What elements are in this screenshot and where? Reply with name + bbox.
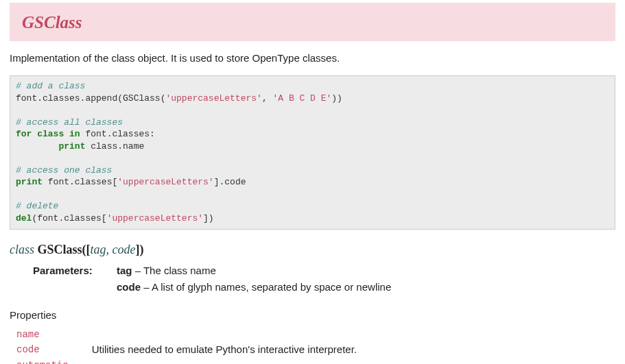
param-sep: – [132,265,143,276]
sig-p2: code [113,243,136,256]
section-title-bar: GSClass [10,3,615,41]
c3: # access one class [16,165,112,175]
l1c: )) [331,93,342,104]
property-name: automatic [16,358,69,364]
param-name: tag [117,265,132,276]
property-name: name [16,327,69,342]
k-in: in [69,129,80,139]
l2a: font.classes: [80,129,155,139]
param-name: code [117,281,141,293]
l3a: font.classes[ [43,177,117,187]
property-name: code [16,342,69,357]
parameters-label: Parameters: [33,263,102,297]
param-row: tag – The class name [117,263,391,279]
properties-heading: Properties [10,308,615,324]
intro-text: Implementation of the class object. It i… [10,51,615,66]
l1s1: 'uppercaseLetters' [165,93,261,104]
k-print2: print [16,177,43,187]
param-sep: – [141,281,152,293]
c4: # delete [16,201,58,211]
k-print1: print [58,141,85,151]
l3b: ].code [214,177,246,187]
l4b: ]) [203,213,214,223]
property-names: name code automatic [16,327,69,364]
param-desc: The class name [143,265,216,276]
code-example: # add a class font.classes.append(GSClas… [10,75,615,230]
param-row: code – A list of glyph names, separated … [117,280,391,295]
sig-close: ]) [136,243,144,256]
l3s: 'uppercaseLetters' [117,177,213,187]
sig-class-keyword: class [10,243,38,256]
l4s: 'uppercaseLetters' [107,213,203,223]
param-desc: A list of glyph names, separated by spac… [152,281,391,293]
sig-class-name: GSClass [38,243,82,256]
section-title: GSClass [22,13,82,32]
k-class: class [37,129,64,139]
c1: # add a class [16,81,85,91]
property-description: Utilities needed to emulate Python's int… [92,342,357,358]
properties-block: name code automatic Utilities needed to … [16,327,615,364]
l1s2: 'A B C D E' [272,93,331,104]
parameters-block: Parameters: tag – The class name code – … [33,263,615,297]
class-signature: class GSClass([tag, code]) [10,241,615,259]
l2b: class.name [85,141,144,151]
k-del: del [16,213,32,223]
c2: # access all classes [16,117,123,128]
k-for: for [16,129,32,139]
sig-comma: , [106,243,113,256]
l1b: , [262,93,273,104]
sig-open: ([ [82,243,91,256]
l1a: font.classes.append(GSClass( [16,93,165,104]
l4a: (font.classes[ [32,213,106,223]
sig-p1: tag [91,243,106,256]
